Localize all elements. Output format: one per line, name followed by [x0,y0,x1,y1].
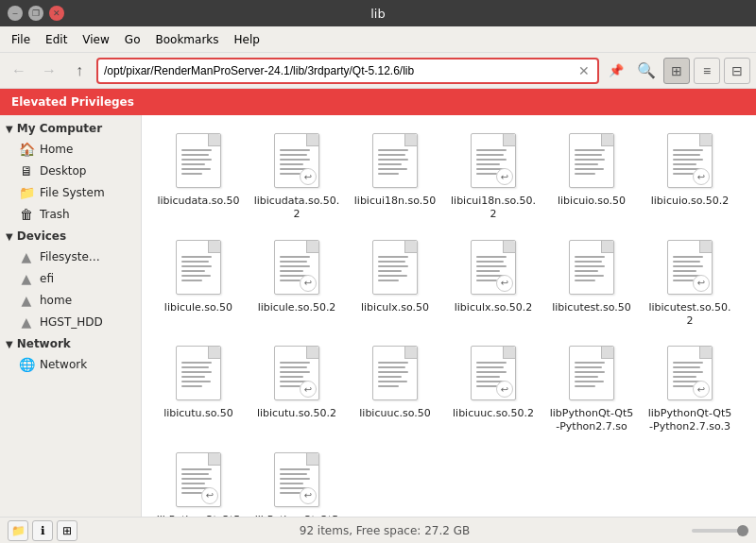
drive-icon: ▲ [19,271,34,286]
zoom-thumb[interactable] [737,525,748,536]
link-badge-icon: ↩ [201,487,218,504]
file-item[interactable]: ↩libPythonQt-Qt5-Python2.7.so.3.2.0 [249,444,344,517]
statusbar-zoom [692,529,748,533]
home-icon: 🏠 [19,142,34,157]
file-doc-shape [569,240,614,295]
privileges-text: Elevated Privileges [11,95,134,109]
file-item[interactable]: ↩libiculx.so.50.2 [446,231,541,334]
sidebar-item-filesystem[interactable]: 📁 File System [2,182,139,203]
sidebar-section-computer-header[interactable]: ▼ My Computer [0,119,141,138]
file-name-label: libPythonQt-Qt5-Python2.7.so.3 [646,407,733,434]
sidebar-devices-label: Devices [17,229,66,243]
menu-view[interactable]: View [75,30,116,49]
file-item[interactable]: libicule.so.50 [151,231,246,334]
file-name-label: libicuuc.so.50.2 [453,407,534,420]
file-name-label: libicule.so.50.2 [258,301,336,314]
link-badge-icon: ↩ [496,381,513,398]
file-doc-shape [569,346,614,400]
statusbar-properties-button[interactable]: ℹ [32,520,53,541]
view-list-button[interactable]: ⊟ [724,58,750,84]
menu-go[interactable]: Go [117,30,148,49]
drive-icon: ▲ [19,249,34,264]
sidebar-item-home-drive[interactable]: ▲ home [2,290,139,311]
file-item[interactable]: ↩libicuio.so.50.2 [643,125,737,228]
file-icon [561,343,622,403]
file-icon: ↩ [266,237,327,297]
file-icon [365,343,425,403]
sidebar-item-desktop[interactable]: 🖥 Desktop [2,161,139,181]
sidebar-efi-label: efi [40,272,54,285]
file-item[interactable]: libicutest.so.50 [544,231,639,334]
sidebar-section-network-header[interactable]: ▼ Network [0,334,141,353]
search-button[interactable]: 🔍 [633,58,660,84]
file-item[interactable]: ↩libicudata.so.50.2 [249,125,344,228]
file-item[interactable]: libicuuc.so.50 [348,337,442,440]
sidebar-item-network[interactable]: 🌐 Network [2,354,139,375]
file-item[interactable]: ↩libPythonQt-Qt5-Python2.7.so.3 [643,337,737,440]
file-doc-shape [176,240,221,295]
file-item[interactable]: libiculx.so.50 [348,231,442,334]
file-doc-shape [372,240,418,295]
sidebar-item-efi[interactable]: ▲ efi [2,268,139,289]
view-compact-button[interactable]: ≡ [694,58,720,84]
file-icon: ↩ [660,130,720,191]
up-button[interactable]: ↑ [66,58,93,84]
maximize-button[interactable]: ❐ [28,6,43,21]
menu-help[interactable]: Help [227,30,267,49]
forward-button[interactable]: → [36,58,62,84]
file-doc-shape: ↩ [274,452,319,507]
file-item[interactable]: ↩libicule.so.50.2 [249,231,344,334]
file-doc-shape: ↩ [667,346,713,400]
back-button[interactable]: ← [6,58,32,84]
menu-edit[interactable]: Edit [38,30,75,49]
file-doc-shape: ↩ [274,240,319,295]
desktop-icon: 🖥 [19,163,34,178]
sidebar-network-item-label: Network [40,358,87,371]
address-input[interactable] [104,64,576,77]
statusbar-new-folder-button[interactable]: 📁 [8,520,28,541]
file-name-label: libicutest.so.50.2 [646,301,733,329]
main-area: ▼ My Computer 🏠 Home 🖥 Desktop 📁 File Sy… [0,115,756,517]
zoom-slider[interactable] [692,529,748,533]
file-item[interactable]: libicuio.so.50 [544,125,639,228]
sidebar-item-filesyste[interactable]: ▲ Filesyste… [2,246,139,267]
file-doc-shape: ↩ [274,346,319,400]
file-name-label: libicuuc.so.50 [359,407,430,420]
sidebar-section-devices-header[interactable]: ▼ Devices [0,227,141,246]
menu-file[interactable]: File [4,30,38,49]
file-item[interactable]: libPythonQt-Qt5-Python2.7.so [544,337,639,440]
file-item[interactable]: ↩libicui18n.so.50.2 [446,125,541,228]
titlebar: – ❐ ✕ lib [0,0,756,26]
sidebar-item-hgst[interactable]: ▲ HGST_HDD [2,312,139,332]
menu-bookmarks[interactable]: Bookmarks [147,30,226,49]
sidebar-item-trash[interactable]: 🗑 Trash [2,204,139,225]
minimize-button[interactable]: – [8,6,23,21]
close-button[interactable]: ✕ [49,6,64,21]
file-name-label: libicudata.so.50.2 [253,195,340,222]
file-item[interactable]: libicui18n.so.50 [348,125,442,228]
file-doc-shape [176,133,221,188]
sidebar-trash-label: Trash [40,208,70,221]
drive-icon: ▲ [19,293,34,308]
file-icon [365,130,425,191]
arrow-icon: ▼ [6,231,13,242]
network-icon: 🌐 [19,357,34,372]
sidebar-home-label: Home [40,143,73,156]
trash-icon: 🗑 [19,207,34,222]
link-badge-icon: ↩ [496,168,513,185]
file-item[interactable]: ↩libicutu.so.50.2 [249,337,344,440]
file-item[interactable]: libicudata.so.50 [151,125,246,228]
file-icon: ↩ [660,343,720,403]
file-item[interactable]: libicutu.so.50 [151,337,246,440]
file-name-label: libicutu.so.50 [163,407,233,420]
sidebar-section-devices: ▼ Devices ▲ Filesyste… ▲ efi ▲ home ▲ HG… [0,227,141,332]
file-item[interactable]: ↩libicuuc.so.50.2 [446,337,541,440]
address-clear-button[interactable]: ✕ [576,63,592,78]
file-item[interactable]: ↩libPythonQt-Qt5-Python2.7.so.3.2 [151,444,246,517]
file-doc-shape [372,133,418,188]
sidebar-item-home[interactable]: 🏠 Home [2,139,139,160]
view-grid-button[interactable]: ⊞ [663,58,690,84]
statusbar-terminal-button[interactable]: ⊞ [57,520,77,541]
pin-button[interactable]: 📌 [603,58,629,84]
file-item[interactable]: ↩libicutest.so.50.2 [643,231,737,334]
